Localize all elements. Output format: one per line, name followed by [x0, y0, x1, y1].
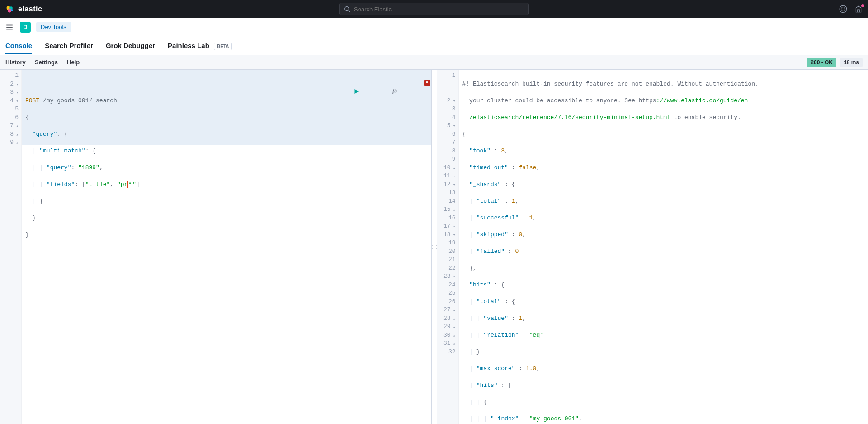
run-icons	[353, 71, 426, 111]
toolbar: History Settings Help 200 - OK 48 ms	[0, 55, 868, 70]
header-icons	[839, 5, 863, 13]
app-letter-badge[interactable]: D	[20, 22, 31, 33]
devtools-breadcrumb[interactable]: Dev Tools	[36, 22, 71, 32]
request-options-icon[interactable]	[391, 71, 426, 111]
status-badge: 200 - OK	[807, 58, 836, 67]
beta-badge: BETA	[214, 43, 232, 50]
toolbar-right: 200 - OK 48 ms	[807, 58, 863, 67]
tab-search-profiler[interactable]: Search Profiler	[45, 37, 93, 54]
response-gutter: 1 2345 6789 101112 13141516 17181920 212…	[437, 70, 459, 424]
latency-badge: 48 ms	[840, 58, 863, 67]
pane-divider[interactable]: ⋮⋮	[432, 70, 437, 424]
svg-point-4	[345, 7, 349, 11]
search-input[interactable]	[354, 6, 524, 13]
tab-painless-lab[interactable]: Painless Lab BETA	[168, 37, 232, 54]
hamburger-icon[interactable]	[5, 23, 14, 31]
tab-console[interactable]: Console	[5, 37, 32, 54]
send-request-icon[interactable]	[353, 71, 388, 111]
tab-painless-label: Painless Lab	[168, 42, 209, 49]
brand-logo[interactable]: elastic	[5, 5, 42, 14]
help-link[interactable]: Help	[67, 59, 80, 66]
elastic-logo-icon	[5, 5, 14, 14]
top-header: elastic	[0, 0, 868, 18]
svg-point-3	[11, 9, 13, 11]
request-code[interactable]: POST /my_goods_001/_search { "query": { …	[22, 70, 431, 424]
brand-text: elastic	[18, 5, 42, 13]
tab-grok-debugger[interactable]: Grok Debugger	[106, 37, 155, 54]
settings-link[interactable]: Settings	[35, 59, 58, 66]
svg-line-5	[349, 10, 350, 12]
history-link[interactable]: History	[5, 59, 26, 66]
request-pane[interactable]: 1 2 3 4 5 6 7 8 9 POST /my_goods_001/_se…	[0, 70, 432, 424]
response-code[interactable]: #! Elasticsearch built-in security featu…	[459, 70, 868, 424]
editor-split: 1 2 3 4 5 6 7 8 9 POST /my_goods_001/_se…	[0, 70, 868, 424]
sub-header: D Dev Tools	[0, 18, 868, 36]
svg-point-6	[840, 5, 847, 13]
response-pane[interactable]: 1 2345 6789 101112 13141516 17181920 212…	[437, 70, 868, 424]
tabs-row: Console Search Profiler Grok Debugger Pa…	[0, 36, 868, 55]
notification-dot	[861, 4, 864, 7]
global-search[interactable]	[339, 3, 529, 15]
help-icon[interactable]	[839, 5, 847, 13]
svg-point-7	[841, 7, 845, 11]
search-icon	[344, 6, 350, 12]
newsfeed-icon[interactable]	[854, 5, 863, 13]
request-gutter: 1 2 3 4 5 6 7 8 9	[0, 70, 22, 424]
